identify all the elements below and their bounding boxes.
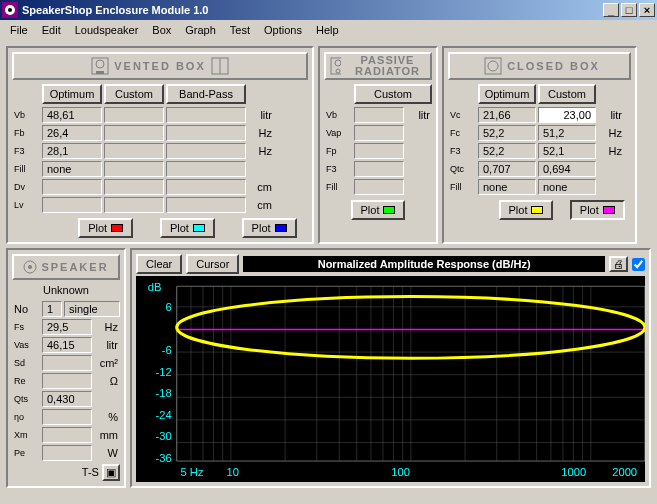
closed-F3-custom[interactable]: 52,1: [538, 143, 596, 159]
svg-rect-5: [96, 71, 104, 74]
closed-F3-unit: Hz: [598, 145, 624, 157]
vented-Lv-custom[interactable]: [104, 197, 164, 213]
menu-test[interactable]: Test: [224, 22, 256, 38]
closed-Fc-label: Fc: [448, 128, 476, 138]
passive-plot-button[interactable]: Plot: [351, 200, 406, 220]
vented-Fb-custom[interactable]: [104, 125, 164, 141]
svg-point-10: [336, 69, 340, 73]
speaker-name: Unknown: [12, 280, 120, 300]
chart-panel: Clear Cursor Normalized Amplitude Respon…: [130, 248, 651, 488]
minimize-button[interactable]: _: [603, 3, 619, 17]
vented-plot-bandpass[interactable]: Plot: [242, 218, 297, 238]
speaker-Qts-value: 0,430: [42, 391, 92, 407]
speaker-Xm-value: [42, 427, 92, 443]
menu-edit[interactable]: Edit: [36, 22, 67, 38]
menu-file[interactable]: File: [4, 22, 34, 38]
menu-bar: File Edit Loudspeaker Box Graph Test Opt…: [0, 20, 657, 40]
passive-custom-button[interactable]: Custom: [354, 84, 432, 104]
svg-text:2000: 2000: [612, 466, 637, 478]
speaker-Pe-value: [42, 445, 92, 461]
closed-Vc-custom[interactable]: 23,00: [538, 107, 596, 123]
vented-Fill-bandpass[interactable]: [166, 161, 246, 177]
chart-plot-area[interactable]: dB 6-6-12-18-24-30-36 5 Hz1010010002000: [136, 276, 645, 482]
vented-icon: [90, 56, 110, 76]
vented-bandpass-button[interactable]: Band-Pass: [166, 84, 246, 104]
chart-cursor-button[interactable]: Cursor: [186, 254, 239, 274]
passive-header: PASSIVE RADIATOR: [324, 52, 432, 80]
vented-Fb-unit: Hz: [248, 127, 274, 139]
svg-text:5 Hz: 5 Hz: [180, 466, 203, 478]
closed-optimum-button[interactable]: Optimum: [478, 84, 536, 104]
svg-text:1000: 1000: [561, 466, 586, 478]
closed-icon: [483, 56, 503, 76]
chart-clear-button[interactable]: Clear: [136, 254, 182, 274]
menu-options[interactable]: Options: [258, 22, 308, 38]
passive-icon: [330, 56, 341, 76]
svg-text:-24: -24: [155, 409, 171, 421]
vented-Vb-bandpass[interactable]: [166, 107, 246, 123]
speaker-no-label: No: [12, 303, 40, 315]
vented-Dv-custom[interactable]: [104, 179, 164, 195]
vented-Vb-custom[interactable]: [104, 107, 164, 123]
speaker-Pe-unit: W: [94, 447, 120, 459]
ts-button[interactable]: ▣: [102, 464, 120, 481]
speaker-Sd-label: Sd: [12, 358, 40, 368]
speaker-header: SPEAKER: [12, 254, 120, 280]
chart-toggle-checkbox[interactable]: [632, 258, 645, 271]
vented-F3-custom[interactable]: [104, 143, 164, 159]
ts-label: T-S: [82, 466, 99, 478]
vented-Dv-bandpass[interactable]: [166, 179, 246, 195]
chart-title: Normalized Amplitude Response (dB/Hz): [243, 256, 605, 272]
svg-text:dB: dB: [148, 281, 162, 293]
menu-graph[interactable]: Graph: [179, 22, 222, 38]
vented-Fb-label: Fb: [12, 128, 40, 138]
speaker-icon: [23, 260, 37, 274]
closed-F3-label: F3: [448, 146, 476, 156]
passive-Fp-value[interactable]: [354, 143, 404, 159]
svg-text:-30: -30: [155, 430, 171, 442]
speaker-ηo-value: [42, 409, 92, 425]
speaker-Vas-unit: litr: [94, 339, 120, 351]
vented-Fill-label: Fill: [12, 164, 40, 174]
app-icon: [2, 2, 18, 18]
closed-Fill-optimum: none: [478, 179, 536, 195]
closed-plot-custom[interactable]: Plot: [570, 200, 625, 220]
passive-Vb-value[interactable]: [354, 107, 404, 123]
menu-box[interactable]: Box: [146, 22, 177, 38]
speaker-Vas-value: 46,15: [42, 337, 92, 353]
vented-F3-bandpass[interactable]: [166, 143, 246, 159]
maximize-button[interactable]: □: [621, 3, 637, 17]
menu-help[interactable]: Help: [310, 22, 345, 38]
closed-Fill-custom[interactable]: none: [538, 179, 596, 195]
vented-Fill-custom[interactable]: [104, 161, 164, 177]
menu-loudspeaker[interactable]: Loudspeaker: [69, 22, 145, 38]
vented-Lv-optimum: [42, 197, 102, 213]
passive-Vap-value[interactable]: [354, 125, 404, 141]
svg-text:-18: -18: [155, 387, 171, 399]
passive-Fp-label: Fp: [324, 146, 352, 156]
enclosure-panels: VENTED BOX Optimum Custom Band-Pass Vb 4…: [6, 46, 651, 244]
speaker-panel: SPEAKER Unknown No 1 single Fs 29,5 HzVa…: [6, 248, 126, 488]
vented-Dv-unit: cm: [248, 181, 274, 193]
vented-optimum-button[interactable]: Optimum: [42, 84, 102, 104]
vented-plot-optimum[interactable]: Plot: [78, 218, 133, 238]
closed-box-panel: CLOSED BOX Optimum Custom Vc 21,66 23,00…: [442, 46, 637, 244]
vented-Lv-label: Lv: [12, 200, 40, 210]
speaker-Fs-label: Fs: [12, 322, 40, 332]
closed-custom-button[interactable]: Custom: [538, 84, 596, 104]
chart-print-button[interactable]: 🖨: [609, 256, 628, 272]
vented-Lv-bandpass[interactable]: [166, 197, 246, 213]
vented-Fb-bandpass[interactable]: [166, 125, 246, 141]
passive-Vap-label: Vap: [324, 128, 352, 138]
passive-F3-value[interactable]: [354, 161, 404, 177]
close-button[interactable]: ×: [639, 3, 655, 17]
closed-plot-optimum[interactable]: Plot: [499, 200, 554, 220]
closed-Fc-custom[interactable]: 51,2: [538, 125, 596, 141]
vented-Vb-optimum: 48,61: [42, 107, 102, 123]
passive-Fill-value[interactable]: [354, 179, 404, 195]
vented-plot-custom[interactable]: Plot: [160, 218, 215, 238]
vented-custom-button[interactable]: Custom: [104, 84, 164, 104]
svg-point-14: [28, 265, 32, 269]
closed-Qtc-custom[interactable]: 0,694: [538, 161, 596, 177]
speaker-Re-value: [42, 373, 92, 389]
